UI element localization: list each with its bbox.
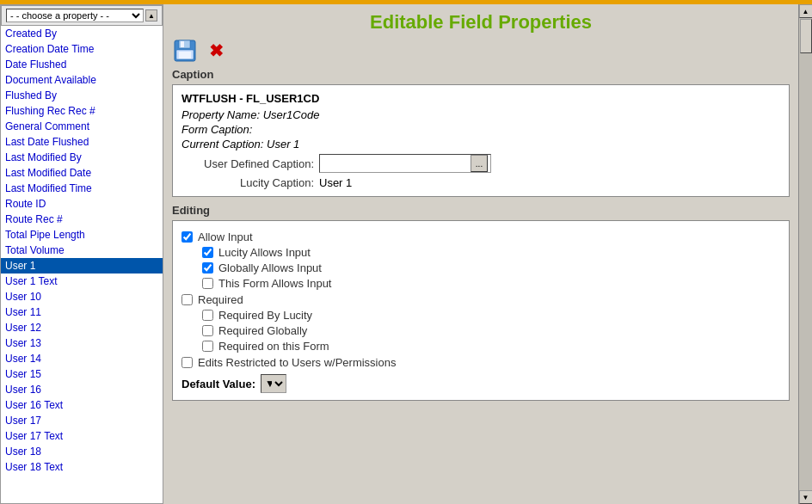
required-checkbox[interactable]: [181, 294, 193, 305]
required-by-lucity-row: Required By Lucity: [202, 309, 780, 322]
required-label[interactable]: Required: [198, 293, 243, 306]
choose-property-select[interactable]: - - choose a property - -: [6, 9, 144, 22]
sidebar-item-last-date-flushed[interactable]: Last Date Flushed: [1, 134, 163, 150]
right-scrollbar: ▲ ▼: [798, 4, 812, 504]
sidebar-item-route-id[interactable]: Route ID: [1, 196, 163, 212]
scroll-thumb[interactable]: [800, 19, 812, 53]
sidebar-item-user-18-text[interactable]: User 18 Text: [1, 459, 163, 475]
property-name-label: Property Name:: [181, 108, 260, 121]
editing-section-label: Editing: [172, 204, 790, 217]
sidebar-item-route-rec[interactable]: Route Rec #: [1, 212, 163, 227]
globally-allows-input-row: Globally Allows Input: [202, 261, 780, 274]
caption-panel: WTFLUSH - FL_USER1CD Property Name: User…: [172, 84, 790, 197]
lucity-allows-input-checkbox[interactable]: [202, 247, 213, 258]
lucity-caption-row: Lucity Caption: User 1: [181, 176, 780, 189]
toolbar: ✖: [172, 39, 790, 63]
globally-allows-input-label[interactable]: Globally Allows Input: [218, 261, 322, 274]
user-defined-caption-input[interactable]: [323, 157, 471, 169]
sidebar-item-list: Created ByCreation Date TimeDate Flushed…: [1, 26, 163, 475]
required-by-lucity-checkbox[interactable]: [202, 310, 213, 321]
required-on-this-form-row: Required on this Form: [202, 340, 780, 353]
sidebar-item-user-13[interactable]: User 13: [1, 335, 163, 351]
required-globally-row: Required Globally: [202, 324, 780, 337]
scroll-down-btn[interactable]: ▼: [799, 490, 813, 504]
delete-icon: ✖: [209, 42, 224, 59]
sidebar-item-user-16[interactable]: User 16: [1, 382, 163, 397]
lucity-caption-value: User 1: [319, 176, 352, 189]
scroll-track: [799, 18, 813, 490]
sidebar-item-total-volume[interactable]: Total Volume: [1, 243, 163, 258]
user-defined-input-container: ...: [319, 154, 491, 173]
sidebar-item-last-modified-by[interactable]: Last Modified By: [1, 150, 163, 165]
sidebar-item-user-1[interactable]: User 1: [1, 258, 163, 274]
required-on-this-form-checkbox[interactable]: [202, 341, 213, 352]
lucity-caption-label: Lucity Caption:: [181, 176, 319, 189]
sidebar-item-user-18[interactable]: User 18: [1, 444, 163, 459]
required-by-lucity-label[interactable]: Required By Lucity: [218, 309, 312, 322]
lucity-allows-input-row: Lucity Allows Input: [202, 246, 780, 259]
required-sub: Required By Lucity Required Globally Req…: [202, 309, 780, 353]
required-globally-checkbox[interactable]: [202, 325, 213, 336]
required-section: Required Required By Lucity Required Glo…: [181, 293, 780, 353]
sidebar-item-general-comment[interactable]: General Comment: [1, 119, 163, 134]
save-button[interactable]: [172, 39, 198, 63]
sidebar-header: - - choose a property - - ▲: [1, 5, 163, 26]
svg-rect-4: [179, 52, 191, 58]
default-value-row: Default Value: ▼: [181, 374, 780, 393]
edits-restricted-row: Edits Restricted to Users w/Permissions: [181, 356, 780, 369]
sidebar-item-user-12[interactable]: User 12: [1, 320, 163, 335]
sidebar-scroll-up[interactable]: ▲: [145, 9, 157, 22]
svg-rect-2: [181, 41, 184, 47]
caption-section-label: Caption: [172, 68, 790, 81]
allow-input-section: Allow Input Lucity Allows Input Globally…: [181, 230, 780, 290]
required-on-this-form-label[interactable]: Required on this Form: [218, 340, 329, 353]
form-caption-row: Form Caption:: [181, 123, 780, 136]
current-caption-value: User 1: [267, 138, 299, 151]
this-form-allows-input-label[interactable]: This Form Allows Input: [218, 277, 332, 290]
sidebar-item-user-16-text[interactable]: User 16 Text: [1, 397, 163, 413]
sidebar-item-user-1-text[interactable]: User 1 Text: [1, 274, 163, 289]
svg-rect-1: [179, 40, 190, 48]
sidebar-item-last-modified-date[interactable]: Last Modified Date: [1, 165, 163, 181]
user-defined-label: User Defined Caption:: [181, 157, 319, 170]
user-defined-row: User Defined Caption: ...: [181, 154, 780, 173]
sidebar-item-total-pipe-length[interactable]: Total Pipe Length: [1, 227, 163, 243]
edits-restricted-checkbox[interactable]: [181, 357, 193, 368]
this-form-allows-input-checkbox[interactable]: [202, 278, 213, 289]
property-name-value: User1Code: [263, 108, 320, 121]
default-value-label: Default Value:: [181, 378, 255, 390]
sidebar-item-user-11[interactable]: User 11: [1, 304, 163, 320]
content-area: Editable Field Properties ✖ Caption WTFL…: [163, 4, 798, 504]
allow-input-label[interactable]: Allow Input: [198, 230, 253, 243]
sidebar-item-user-15[interactable]: User 15: [1, 366, 163, 382]
allow-input-checkbox[interactable]: [181, 231, 193, 243]
sidebar-item-user-17[interactable]: User 17: [1, 413, 163, 428]
sidebar-item-user-10[interactable]: User 10: [1, 289, 163, 304]
sidebar-item-creation-date-time[interactable]: Creation Date Time: [1, 41, 163, 57]
globally-allows-input-checkbox[interactable]: [202, 262, 213, 274]
property-name-row: Property Name: User1Code: [181, 108, 780, 121]
user-defined-browse-btn[interactable]: ...: [471, 155, 488, 172]
sidebar-item-date-flushed[interactable]: Date Flushed: [1, 57, 163, 72]
sidebar-item-last-modified-time[interactable]: Last Modified Time: [1, 181, 163, 196]
sidebar-item-flushing-rec-rec[interactable]: Flushing Rec Rec #: [1, 103, 163, 119]
sidebar-item-user-17-text[interactable]: User 17 Text: [1, 428, 163, 444]
sidebar-item-document-available[interactable]: Document Available: [1, 72, 163, 88]
form-caption-label: Form Caption:: [181, 123, 252, 136]
sidebar-item-created-by[interactable]: Created By: [1, 26, 163, 41]
default-value-select[interactable]: ▼: [261, 374, 286, 393]
required-globally-label[interactable]: Required Globally: [218, 324, 307, 337]
sidebar-item-user-14[interactable]: User 14: [1, 351, 163, 366]
editing-panel: Allow Input Lucity Allows Input Globally…: [172, 220, 790, 401]
scroll-up-btn[interactable]: ▲: [799, 4, 813, 18]
delete-button[interactable]: ✖: [203, 39, 229, 63]
lucity-allows-input-label[interactable]: Lucity Allows Input: [218, 246, 311, 259]
current-caption-row: Current Caption: User 1: [181, 138, 780, 151]
field-name: WTFLUSH - FL_USER1CD: [181, 92, 780, 105]
this-form-allows-input-row: This Form Allows Input: [202, 277, 780, 290]
current-caption-label: Current Caption:: [181, 138, 263, 151]
edits-restricted-label[interactable]: Edits Restricted to Users w/Permissions: [198, 356, 396, 369]
sidebar-item-flushed-by[interactable]: Flushed By: [1, 88, 163, 103]
required-row: Required: [181, 293, 780, 306]
property-list-sidebar: - - choose a property - - ▲ Created ByCr…: [0, 4, 163, 504]
